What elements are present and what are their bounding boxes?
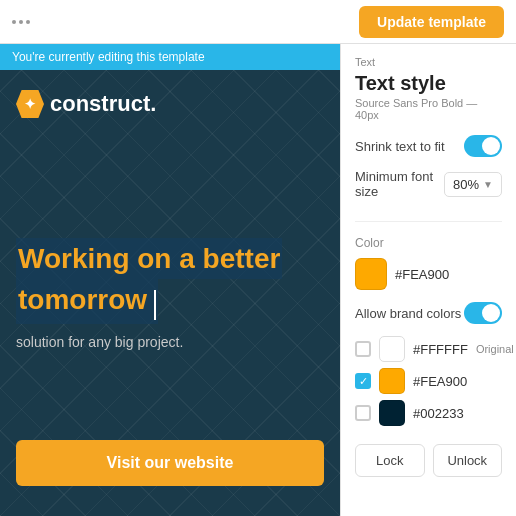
shrink-toggle[interactable] <box>464 135 502 157</box>
panel-title: Text style <box>355 72 502 95</box>
dot-1 <box>12 20 16 24</box>
minfont-row: Minimum font size 80% ▼ <box>355 169 502 199</box>
white-swatch <box>379 336 405 362</box>
headline-line2: tomorrow <box>18 284 147 315</box>
brand-color-item-dark[interactable]: #002233 <box>355 400 502 426</box>
headline-line1: Working on a better <box>18 243 280 274</box>
white-tag: Original <box>476 343 514 355</box>
brand-colors-toggle[interactable] <box>464 302 502 324</box>
dot-2 <box>19 20 23 24</box>
headline-line2-block: tomorrow <box>16 279 158 324</box>
dark-hex: #002233 <box>413 406 502 421</box>
white-hex: #FFFFFF <box>413 342 468 357</box>
orange-hex: #FEA900 <box>413 374 502 389</box>
logo-icon: ✦ <box>16 90 44 118</box>
brand-colors-label: Allow brand colors <box>355 306 461 321</box>
logo-text: construct. <box>50 91 156 117</box>
more-options[interactable] <box>12 20 30 24</box>
brand-colors-list: #FFFFFF Original ✓ ✓ #FEA900 #002233 <box>355 336 502 426</box>
brand-logo: ✦ construct. <box>16 90 324 118</box>
dark-checkbox[interactable] <box>355 405 371 421</box>
main-color-swatch[interactable] <box>355 258 387 290</box>
brand-colors-row: Allow brand colors <box>355 302 502 324</box>
canvas: ✦ construct. Working on a better tomorro… <box>0 70 340 516</box>
lock-button[interactable]: Lock <box>355 444 425 477</box>
cta-button[interactable]: Visit our website <box>16 440 324 486</box>
white-checkbox[interactable] <box>355 341 371 357</box>
divider-1 <box>355 221 502 222</box>
minfont-label: Minimum font size <box>355 169 444 199</box>
headline-block[interactable]: Working on a better tomorrow solution fo… <box>16 238 324 350</box>
dot-3 <box>26 20 30 24</box>
panel-subtitle: Source Sans Pro Bold — 40px <box>355 97 502 121</box>
action-buttons: Lock Unlock <box>355 444 502 477</box>
top-bar: Update template <box>0 0 516 44</box>
minfont-value: 80% <box>453 177 479 192</box>
subtext: solution for any big project. <box>16 334 324 350</box>
color-label: Color <box>355 236 502 250</box>
panel-section-label: Text <box>355 56 502 68</box>
dark-swatch <box>379 400 405 426</box>
orange-checkbox[interactable]: ✓ <box>355 373 371 389</box>
minfont-dropdown[interactable]: 80% ▼ <box>444 172 502 197</box>
brand-color-item-orange[interactable]: ✓ #FEA900 <box>355 368 502 394</box>
canvas-content: ✦ construct. Working on a better tomorro… <box>0 70 340 516</box>
headline: Working on a better <box>16 238 282 280</box>
shrink-row: Shrink text to fit <box>355 135 502 157</box>
main-layout: You're currently editing this template ✦… <box>0 44 516 516</box>
orange-swatch <box>379 368 405 394</box>
shrink-label: Shrink text to fit <box>355 139 445 154</box>
right-panel: Text Text style Source Sans Pro Bold — 4… <box>340 44 516 516</box>
dropdown-arrow-icon: ▼ <box>483 179 493 190</box>
update-template-button[interactable]: Update template <box>359 6 504 38</box>
main-color-hex: #FEA900 <box>395 267 449 282</box>
unlock-button[interactable]: Unlock <box>433 444 503 477</box>
brand-color-item-white[interactable]: #FFFFFF Original ✓ <box>355 336 502 362</box>
main-color-row[interactable]: #FEA900 <box>355 258 502 290</box>
canvas-area: You're currently editing this template ✦… <box>0 44 340 516</box>
editing-banner: You're currently editing this template <box>0 44 340 70</box>
text-cursor <box>154 290 156 320</box>
